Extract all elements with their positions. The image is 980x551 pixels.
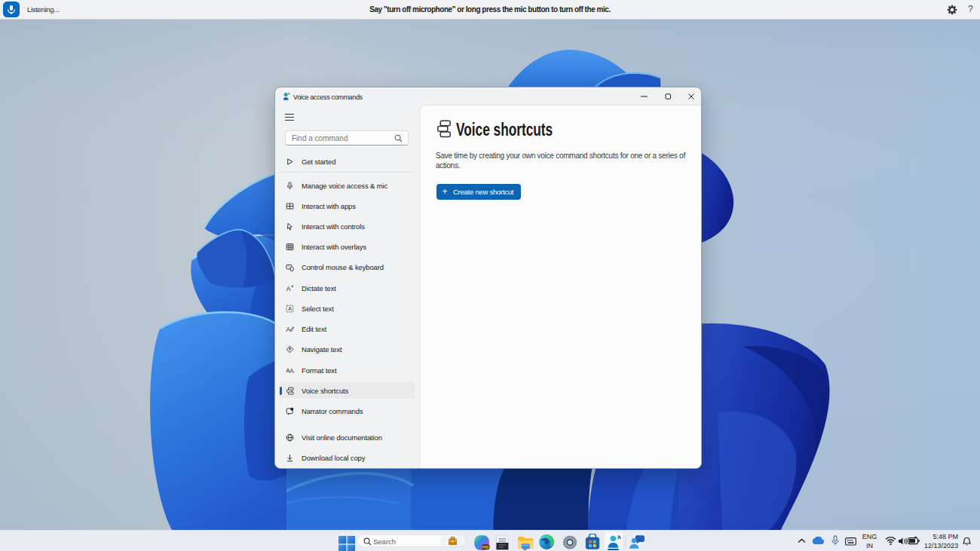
svg-text:PRE: PRE xyxy=(482,546,488,549)
svg-text:A: A xyxy=(286,326,290,333)
svg-text:A: A xyxy=(286,284,291,292)
svg-text:A: A xyxy=(289,367,294,375)
svg-text:A: A xyxy=(288,306,292,311)
